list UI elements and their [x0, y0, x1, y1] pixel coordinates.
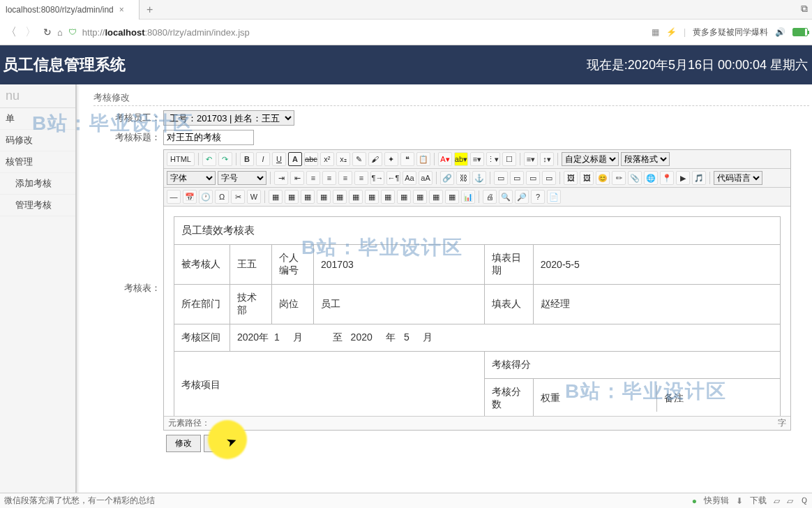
align-justify-button[interactable]: ≡	[354, 171, 368, 185]
indent-button[interactable]: ⇥	[274, 171, 288, 185]
align-center-button[interactable]: ≡	[322, 171, 336, 185]
redo-button[interactable]: ↷	[218, 152, 232, 166]
time-button[interactable]: 🕐	[199, 190, 213, 204]
lower-button[interactable]: aA	[419, 171, 433, 185]
superscript-button[interactable]: x²	[320, 152, 334, 166]
image-button[interactable]: 🖼	[564, 171, 578, 185]
del-table-button[interactable]: ▦	[285, 190, 299, 204]
undo-button[interactable]: ↶	[202, 152, 216, 166]
gmap-button[interactable]: 📍	[660, 171, 674, 185]
new-tab-button[interactable]: +	[140, 3, 160, 16]
paste-plain-button[interactable]: 📋	[416, 152, 430, 166]
video-button[interactable]: ▶	[676, 171, 690, 185]
italic-button[interactable]: I	[256, 152, 270, 166]
wordimage-button[interactable]: W	[247, 190, 261, 204]
address-bar[interactable]: http://localhost:8080/rlzy/admin/index.j…	[82, 27, 250, 38]
paragraph-select[interactable]: 段落格式	[621, 152, 670, 166]
anchor-button[interactable]: ⚓	[472, 171, 486, 185]
underline-button[interactable]: U	[272, 152, 286, 166]
selectall-button[interactable]: ☐	[502, 152, 516, 166]
insert-col-button[interactable]: ▦	[333, 190, 347, 204]
ltr-button[interactable]: ¶→	[370, 171, 384, 185]
ol-button[interactable]: ≡▾	[470, 152, 484, 166]
bold-button[interactable]: B	[240, 152, 254, 166]
print-button[interactable]: 🖨	[483, 190, 497, 204]
image-center-button[interactable]: ▭	[526, 171, 540, 185]
submit-button[interactable]: 修改	[166, 435, 201, 452]
backcolor-button[interactable]: ab▾	[454, 152, 468, 166]
merge-down-button[interactable]: ▦	[397, 190, 411, 204]
qr-icon[interactable]: ▦	[652, 27, 659, 37]
html-source-button[interactable]: HTML	[167, 152, 195, 166]
sidebar-item-3[interactable]: 添加考核	[0, 173, 75, 195]
align-right-button[interactable]: ≡	[338, 171, 352, 185]
forecolor-button[interactable]: A▾	[438, 152, 452, 166]
split-cols-button[interactable]: ▦	[445, 190, 459, 204]
upper-button[interactable]: Aa	[403, 171, 416, 185]
outdent-button[interactable]: ⇤	[290, 171, 304, 185]
download-icon[interactable]: ⬇	[736, 496, 743, 506]
emoji-button[interactable]: 😊	[596, 171, 610, 185]
del-row-button[interactable]: ▦	[317, 190, 331, 204]
date-button[interactable]: 📅	[183, 190, 197, 204]
title-input[interactable]	[163, 130, 254, 145]
sb-icon-2[interactable]: ▱	[787, 496, 793, 506]
forward-button[interactable]: 〉	[24, 25, 38, 40]
strike-button[interactable]: abc	[304, 152, 318, 166]
del-col-button[interactable]: ▦	[349, 190, 363, 204]
sidebar-item-0[interactable]: 单	[0, 108, 75, 130]
table-button[interactable]: ▦	[269, 190, 283, 204]
doodle-button[interactable]: ✏	[612, 171, 626, 185]
rowspace-button[interactable]: ≡▾	[524, 152, 538, 166]
preview-button[interactable]: 🔍	[499, 190, 513, 204]
download-label[interactable]: 下载	[750, 495, 767, 507]
split-cells-button[interactable]: ▦	[413, 190, 427, 204]
chart-button[interactable]: 📊	[461, 190, 475, 204]
sidebar-item-2[interactable]: 核管理	[0, 151, 75, 173]
browser-tab[interactable]: localhost:8080/rlzy/admin/ind ×	[0, 0, 140, 20]
link-button[interactable]: 🔗	[440, 171, 454, 185]
clip-icon[interactable]: ●	[692, 496, 697, 506]
news-headline[interactable]: 黄多多疑被同学爆料	[693, 27, 768, 38]
sb-icon-3[interactable]: Ｑ	[800, 495, 808, 507]
sidebar-item-1[interactable]: 码修改	[0, 130, 75, 151]
font-size-select[interactable]: 字号	[218, 171, 266, 185]
draft-button[interactable]: 📄	[547, 190, 561, 204]
split-rows-button[interactable]: ▦	[429, 190, 443, 204]
home-button[interactable]: ⌂	[57, 27, 63, 38]
multi-image-button[interactable]: 🖼	[580, 171, 594, 185]
snapscreen-button[interactable]: ✂	[231, 190, 245, 204]
flash-icon[interactable]: ⚡	[666, 27, 677, 37]
help-button[interactable]: ?	[531, 190, 545, 204]
special-char-button[interactable]: Ω	[215, 190, 229, 204]
image-none-button[interactable]: ▭	[542, 171, 556, 185]
linespace-button[interactable]: ↕▾	[540, 152, 554, 166]
unlink-button[interactable]: ⛓	[456, 171, 470, 185]
code-lang-select[interactable]: 代码语言	[714, 171, 762, 185]
editor-content[interactable]: 员工绩效考核表 被考核人 王五 个人编号 201703 填表日期 2020-5-…	[164, 207, 790, 416]
autotype-button[interactable]: ✦	[384, 152, 398, 166]
merge-right-button[interactable]: ▦	[381, 190, 395, 204]
clip-label[interactable]: 快剪辑	[704, 495, 729, 507]
subscript-button[interactable]: x₂	[336, 152, 350, 166]
rtl-button[interactable]: ←¶	[386, 171, 400, 185]
sb-icon-1[interactable]: ▱	[774, 496, 780, 506]
close-tab-icon[interactable]: ×	[119, 5, 124, 15]
music-button[interactable]: 🎵	[692, 171, 706, 185]
sidebar-item-4[interactable]: 管理考核	[0, 195, 75, 216]
custom-style-select[interactable]: 自定义标题	[562, 152, 619, 166]
merge-cells-button[interactable]: ▦	[365, 190, 379, 204]
back-button[interactable]: 〈	[4, 25, 18, 40]
fontborder-button[interactable]: A	[288, 152, 302, 166]
insert-row-button[interactable]: ▦	[301, 190, 315, 204]
emp-select[interactable]: 工号：201703 | 姓名：王五	[163, 110, 294, 126]
image-left-button[interactable]: ▭	[494, 171, 508, 185]
volume-icon[interactable]: 🔊	[775, 27, 785, 37]
image-right-button[interactable]: ▭	[510, 171, 524, 185]
align-left-button[interactable]: ≡	[306, 171, 320, 185]
map-button[interactable]: 🌐	[644, 171, 658, 185]
find-button[interactable]: 🔎	[515, 190, 529, 204]
hr-button[interactable]: —	[167, 190, 181, 204]
window-resize-icon[interactable]: ⧉	[801, 3, 808, 15]
font-family-select[interactable]: 字体	[167, 171, 216, 185]
